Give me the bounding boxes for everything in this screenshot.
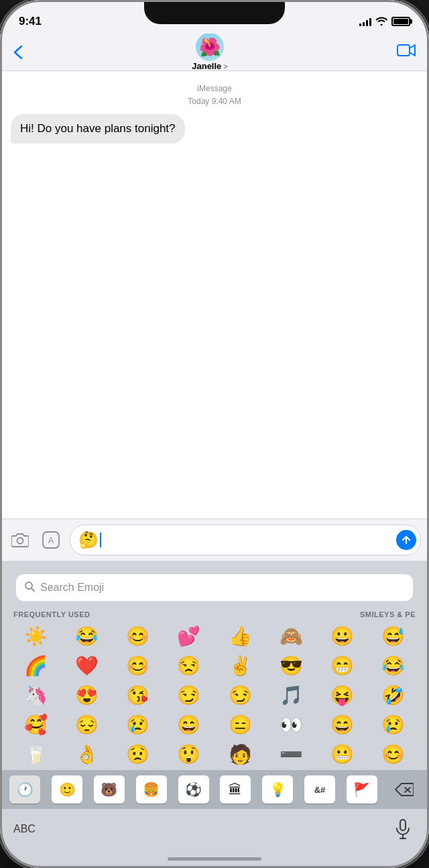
search-icon	[24, 581, 35, 594]
emoji-rainbow[interactable]: 🌈	[11, 651, 60, 680]
contact-avatar: 🌺	[196, 33, 224, 61]
video-call-button[interactable]	[397, 43, 416, 62]
flags-button[interactable]: 🚩	[347, 775, 377, 804]
emoji-pensive[interactable]: 😔	[62, 710, 111, 739]
svg-text:A: A	[48, 535, 54, 545]
buildings-button[interactable]: 🏛	[220, 775, 251, 804]
symbols-button[interactable]: &#	[304, 775, 335, 804]
message-row: Hi! Do you have plans tonight?	[11, 114, 418, 144]
emoji-smile2[interactable]: 😊	[113, 651, 163, 680]
microphone-button[interactable]	[390, 816, 416, 842]
emoji-hearts[interactable]: 💕	[164, 621, 214, 651]
emoji-rolling[interactable]: 🤣	[369, 680, 418, 710]
svg-rect-0	[397, 45, 410, 56]
emoji-astonished[interactable]: 😲	[164, 739, 214, 769]
emoji-bigsmile[interactable]: 😄	[164, 710, 214, 739]
emoji-beam[interactable]: 😁	[318, 651, 367, 680]
message-bubble: Hi! Do you have plans tonight?	[11, 114, 185, 144]
svg-rect-8	[400, 820, 406, 830]
nav-bar: 🌺 Janelle >	[0, 34, 429, 71]
message-timestamp: Today 9:40 AM	[11, 97, 418, 106]
smileys-label: SMILEYS & PE	[360, 610, 416, 618]
abc-label[interactable]: ABC	[13, 823, 36, 835]
battery-icon	[391, 17, 410, 26]
emoji-blushing[interactable]: 🥰	[11, 710, 60, 739]
smiley-button[interactable]: 🙂	[52, 775, 82, 804]
cursor	[100, 533, 101, 547]
emoji-minus[interactable]: ➖	[266, 739, 316, 769]
keyboard-bottom-bar: 🕐 🙂 🐻 🍔 ⚽ 🏛 💡 &# 🚩	[0, 770, 429, 809]
emoji-grimace[interactable]: 😬	[318, 739, 367, 769]
emoji-rofl[interactable]: 😂	[369, 651, 418, 680]
emoji-search-bar[interactable]: Search Emoji	[16, 574, 413, 601]
notch	[144, 0, 285, 24]
frequently-used-label: FREQUENTLY USED	[13, 610, 90, 618]
emoji-hearteyes[interactable]: 😍	[62, 680, 111, 710]
camera-button[interactable]	[8, 528, 32, 552]
emoji-peace[interactable]: ✌️	[215, 651, 265, 680]
svg-point-1	[17, 538, 23, 544]
app-store-button[interactable]: A	[39, 528, 63, 552]
emoji-smile3[interactable]: 😊	[369, 739, 418, 769]
delete-button[interactable]	[389, 775, 420, 804]
emoji-row-2: 🌈 ❤️ 😊 😒 ✌️ 😎 😁 😂	[5, 651, 424, 680]
message-input[interactable]: 🤔	[70, 525, 421, 555]
contact-name: Janelle >	[192, 61, 228, 71]
emoji-row-5: 🥛 👌 😟 😲 🧑 ➖ 😬 😊	[5, 739, 424, 769]
emoji-search-placeholder: Search Emoji	[40, 582, 104, 594]
emoji-sweat[interactable]: 😅	[369, 621, 418, 651]
emoji-kiss[interactable]: 😘	[113, 680, 163, 710]
home-bar	[168, 857, 261, 861]
emoji-laugh[interactable]: 😂	[62, 621, 111, 651]
sports-button[interactable]: ⚽	[178, 775, 209, 804]
input-area: A 🤔	[0, 519, 429, 561]
emoji-row-4: 🥰 😔 😢 😄 😑 👀 😄 😢	[5, 710, 424, 739]
animal-button[interactable]: 🐻	[94, 775, 125, 804]
emoji-milk[interactable]: 🥛	[11, 739, 60, 769]
emoji-unamused[interactable]: 😒	[164, 651, 214, 680]
emoji-wink[interactable]: 😏	[215, 680, 265, 710]
emoji-cry[interactable]: 😢	[113, 710, 163, 739]
wifi-icon	[375, 16, 387, 28]
emoji-thumbsup[interactable]: 👍	[215, 621, 265, 651]
keyboard-bottom: ABC	[0, 809, 429, 849]
emoji-grin[interactable]: 😀	[318, 621, 367, 651]
emoji-search-container: Search Emoji	[0, 561, 429, 610]
emoji-grid-container: FREQUENTLY USED SMILEYS & PE ☀️ 😂 😊 💕 👍 …	[0, 610, 429, 770]
emoji-smile[interactable]: 😊	[113, 621, 163, 651]
messages-area: iMessage Today 9:40 AM Hi! Do you have p…	[0, 71, 429, 519]
emoji-row-1: ☀️ 😂 😊 💕 👍 🙈 😀 😅	[5, 621, 424, 651]
emoji-person[interactable]: 🧑	[215, 739, 265, 769]
emoji-section-header: FREQUENTLY USED SMILEYS & PE	[5, 610, 424, 621]
status-time: 9:41	[19, 15, 42, 28]
emoji-music[interactable]: 🎵	[266, 680, 316, 710]
status-icons	[359, 16, 410, 28]
back-button[interactable]	[13, 45, 23, 60]
clock-button[interactable]: 🕐	[9, 775, 40, 804]
home-indicator	[0, 849, 429, 868]
contact-info[interactable]: 🌺 Janelle >	[192, 33, 228, 71]
emoji-row-3: 🦄 😍 😘 😏 😏 🎵 😝 🤣	[5, 680, 424, 710]
svg-line-5	[32, 588, 34, 591]
emoji-sun[interactable]: ☀️	[11, 621, 60, 651]
contact-chevron-icon: >	[223, 62, 227, 70]
signal-bars-icon	[359, 17, 371, 26]
emoji-ok[interactable]: 👌	[62, 739, 111, 769]
emoji-expressionless[interactable]: 😑	[215, 710, 265, 739]
food-button[interactable]: 🍔	[136, 775, 167, 804]
objects-button[interactable]: 💡	[262, 775, 293, 804]
emoji-grin2[interactable]: 😄	[318, 710, 367, 739]
emoji-squint[interactable]: 😝	[318, 680, 367, 710]
emoji-eyes[interactable]: 👀	[266, 710, 316, 739]
emoji-smirk[interactable]: 😏	[164, 680, 214, 710]
emoji-sob[interactable]: 😢	[369, 710, 418, 739]
emoji-cool[interactable]: 😎	[266, 651, 316, 680]
imessage-label: iMessage	[11, 82, 418, 94]
emoji-monkey[interactable]: 🙈	[266, 621, 316, 651]
send-button[interactable]	[396, 530, 416, 550]
emoji-worried[interactable]: 😟	[113, 739, 163, 769]
emoji-unicorn[interactable]: 🦄	[11, 680, 60, 710]
emoji-heart[interactable]: ❤️	[62, 651, 111, 680]
